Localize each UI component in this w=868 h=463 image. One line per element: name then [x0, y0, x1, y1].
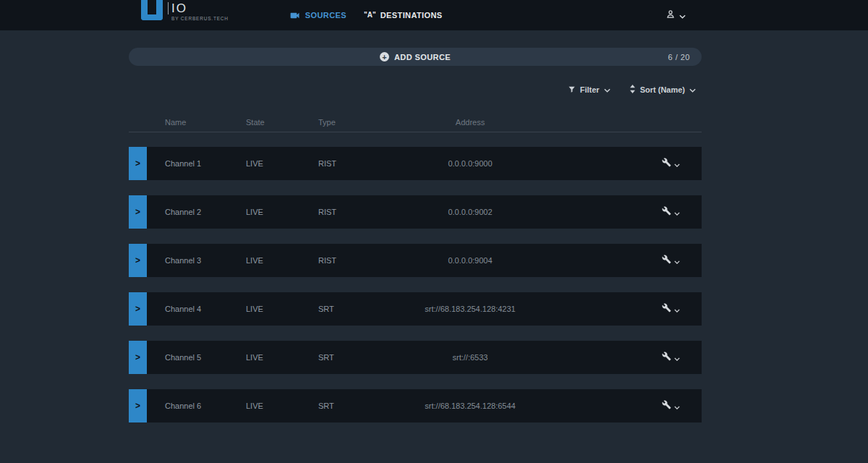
main-nav: SOURCES "A" DESTINATIONS: [290, 11, 443, 20]
chevron-right-icon: >: [135, 401, 140, 411]
cell-state: LIVE: [246, 208, 318, 216]
column-header-name: Name: [165, 118, 246, 127]
chevron-down-icon: [689, 85, 696, 94]
logo-u-icon: [141, 0, 163, 20]
chevron-right-icon: >: [135, 352, 140, 362]
chevron-down-icon: [674, 254, 680, 267]
table-row: > Channel 2 LIVE RIST 0.0.0.0:9002: [129, 195, 702, 229]
nav-destinations-label: DESTINATIONS: [380, 11, 443, 20]
cell-type: RIST: [318, 159, 412, 168]
chevron-down-icon: [674, 157, 680, 170]
sources-list: > Channel 1 LIVE RIST 0.0.0.0:9000 > Cha…: [129, 147, 702, 422]
add-source-button[interactable]: + ADD SOURCE 6 / 20: [129, 48, 702, 66]
wrench-icon: [662, 157, 671, 170]
chevron-down-icon: [674, 205, 680, 218]
table-row: > Channel 6 LIVE SRT srt://68.183.254.12…: [129, 389, 702, 422]
table-row: > Channel 1 LIVE RIST 0.0.0.0:9000: [129, 147, 702, 180]
sources-panel: + ADD SOURCE 6 / 20 Filter Sort (Name): [129, 48, 702, 422]
filter-label: Filter: [580, 85, 600, 94]
filter-dropdown[interactable]: Filter: [568, 85, 610, 95]
table-row: > Channel 3 LIVE RIST 0.0.0.0:9004: [129, 244, 702, 277]
wrench-icon: [662, 351, 671, 364]
row-expander[interactable]: >: [129, 244, 147, 277]
cell-name: Channel 1: [165, 159, 246, 168]
logo-title: IO: [168, 2, 229, 14]
cell-state: LIVE: [246, 353, 318, 362]
row-expander[interactable]: >: [129, 292, 147, 326]
column-header-address: Address: [412, 118, 528, 127]
table-row: > Channel 4 LIVE SRT srt://68.183.254.12…: [129, 292, 702, 326]
table-header: Name State Type Address: [129, 112, 702, 132]
videocam-icon: [290, 12, 301, 20]
chevron-right-icon: >: [135, 158, 140, 169]
row-actions-menu[interactable]: [662, 302, 702, 315]
row-expander[interactable]: >: [129, 389, 147, 422]
wrench-icon: [662, 302, 671, 315]
cell-state: LIVE: [246, 256, 318, 265]
cell-name: Channel 5: [165, 353, 246, 362]
sort-label: Sort (Name): [640, 85, 685, 94]
logo-subtitle: BY CERBERUS.TECH: [168, 16, 229, 21]
row-actions-menu[interactable]: [662, 351, 702, 364]
cell-type: SRT: [318, 402, 412, 410]
filter-funnel-icon: [568, 85, 576, 95]
sort-arrows-icon: [629, 85, 636, 95]
cell-state: LIVE: [246, 402, 318, 410]
chevron-right-icon: >: [135, 304, 140, 314]
cell-name: Channel 4: [165, 305, 246, 313]
add-source-label: ADD SOURCE: [394, 53, 451, 61]
app-logo[interactable]: IO BY CERBERUS.TECH: [141, 0, 229, 30]
cell-type: SRT: [318, 353, 412, 362]
row-expander[interactable]: >: [129, 341, 147, 374]
chevron-right-icon: >: [135, 255, 140, 266]
top-header: IO BY CERBERUS.TECH SOURCES "A" DESTINAT…: [0, 0, 868, 30]
person-icon: [665, 9, 676, 22]
cell-state: LIVE: [246, 159, 318, 168]
cell-address: srt://68.183.254.128:6544: [412, 402, 528, 410]
cell-type: RIST: [318, 256, 412, 265]
nav-sources-label: SOURCES: [305, 11, 346, 20]
nav-sources[interactable]: SOURCES: [290, 11, 346, 20]
chevron-down-icon: [674, 351, 680, 364]
row-actions-menu[interactable]: [662, 157, 702, 170]
cell-address: srt://68.183.254.128:4231: [412, 305, 528, 313]
list-controls: Filter Sort (Name): [129, 85, 702, 95]
cell-address: 0.0.0.0:9004: [412, 256, 528, 265]
table-row: > Channel 5 LIVE SRT srt://:6533: [129, 341, 702, 374]
wrench-icon: [662, 399, 671, 412]
wrench-icon: [662, 205, 671, 218]
row-expander[interactable]: >: [129, 195, 147, 229]
sources-counter: 6 / 20: [668, 53, 690, 61]
row-expander[interactable]: >: [129, 147, 147, 180]
cell-type: RIST: [318, 208, 412, 216]
chevron-down-icon: [604, 85, 610, 94]
nav-destinations[interactable]: "A" DESTINATIONS: [364, 11, 443, 20]
row-actions-menu[interactable]: [662, 399, 702, 412]
chevron-right-icon: >: [135, 207, 140, 217]
cell-name: Channel 2: [165, 208, 246, 216]
cell-state: LIVE: [246, 305, 318, 313]
column-header-type: Type: [318, 118, 412, 127]
wrench-icon: [662, 254, 671, 267]
column-header-state: State: [246, 118, 318, 127]
row-actions-menu[interactable]: [662, 205, 702, 218]
cell-address: srt://:6533: [412, 353, 528, 362]
broadcast-icon: "A": [364, 11, 376, 19]
user-menu[interactable]: [665, 9, 686, 22]
chevron-down-icon: [674, 399, 680, 412]
cell-type: SRT: [318, 305, 412, 313]
chevron-down-icon: [679, 9, 686, 22]
cell-name: Channel 6: [165, 402, 246, 410]
row-actions-menu[interactable]: [662, 254, 702, 267]
chevron-down-icon: [674, 302, 680, 315]
sort-dropdown[interactable]: Sort (Name): [629, 85, 696, 95]
cell-address: 0.0.0.0:9000: [412, 159, 528, 168]
plus-circle-icon: +: [380, 52, 389, 61]
cell-address: 0.0.0.0:9002: [412, 208, 528, 216]
cell-name: Channel 3: [165, 256, 246, 265]
